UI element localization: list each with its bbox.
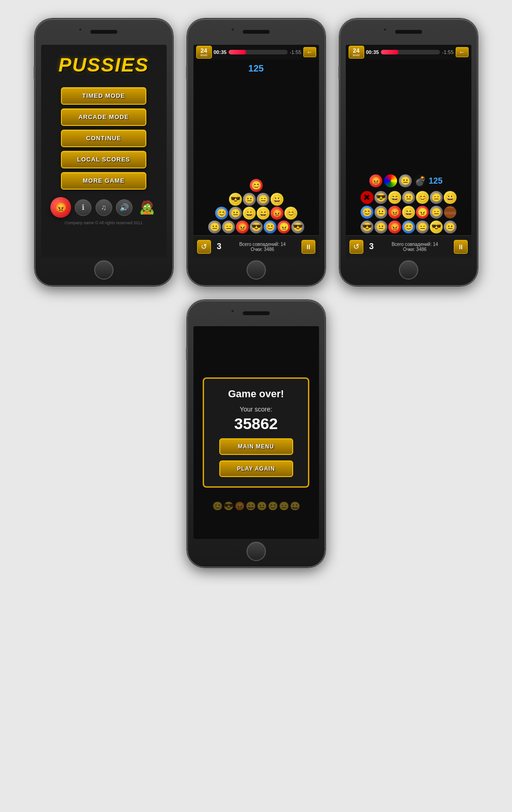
emoji-y2[interactable]: 😊 — [416, 191, 429, 204]
emoji-yellow-1[interactable]: 😎 — [229, 193, 242, 206]
emoji-yellow-3[interactable]: 😀 — [243, 207, 256, 220]
score-value: 35862 — [234, 415, 278, 433]
phone-speaker-3 — [395, 30, 422, 34]
game-header-2: 24 level 00:35 -1:55 ← — [346, 45, 471, 60]
colorwheel[interactable] — [384, 174, 397, 187]
emoji-gray-3[interactable]: 😐 — [229, 207, 242, 220]
timer-2: 00:35 — [366, 49, 379, 55]
countdown-2: -1:55 — [442, 49, 453, 55]
phone-home-button-3[interactable] — [399, 260, 418, 280]
phone-home-button[interactable] — [94, 260, 114, 280]
points-text: Очки: 3486 — [228, 247, 298, 252]
main-menu-screen: PUSSIES TIMED MODE ARCADE MODE CONTINUE … — [41, 45, 167, 257]
emoji-g1[interactable]: 😎 — [374, 191, 387, 204]
emoji-y1[interactable]: 😄 — [388, 191, 401, 204]
pause-button[interactable]: ⏸ — [301, 240, 315, 254]
emoji-gray-1[interactable]: 😐 — [243, 193, 256, 206]
main-menu-button[interactable]: MAIN MENU — [219, 438, 293, 455]
emoji-red-1[interactable]: 😊 — [250, 179, 263, 192]
phone-home-button-4[interactable] — [247, 542, 266, 561]
bg-emoji-grid: 😊😎😡😄 😐😊😑😀 — [193, 501, 319, 511]
emoji-red-2[interactable]: 😡 — [271, 207, 283, 220]
emoji-g5[interactable]: 😑 — [430, 206, 443, 219]
emoji-red-4[interactable]: 😠 — [277, 221, 290, 233]
sound-button[interactable]: 🔊 — [116, 199, 133, 216]
emoji-gray-7[interactable]: 😎 — [291, 221, 304, 233]
phone-home-button-2[interactable] — [247, 260, 266, 280]
emoji-g3[interactable]: 😑 — [430, 191, 443, 204]
more-game-button[interactable]: MORE GAME — [61, 172, 146, 190]
emoji-sp-1[interactable]: 😡 — [369, 174, 382, 187]
local-scores-button[interactable]: LOCAL SCORES — [61, 151, 146, 168]
brick-block — [444, 206, 457, 219]
continue-button[interactable]: CONTINUE — [61, 130, 146, 147]
refresh-button-2[interactable]: ↺ — [349, 240, 363, 254]
emoji-gray-4[interactable]: 😐 — [208, 221, 221, 233]
emoji-blue-1[interactable]: 😊 — [215, 207, 228, 220]
gameover-title: Game over! — [228, 388, 284, 400]
emoji-row-b: 😊 😐 😡 😄 😠 😑 — [361, 206, 457, 219]
back-button[interactable]: ← — [303, 47, 316, 57]
emoji-g2[interactable]: 😐 — [402, 191, 415, 204]
emoji-row-2: 😎 😐 😑 😀 — [229, 193, 283, 206]
emoji-gray-5[interactable]: 😑 — [222, 221, 235, 233]
gameover-screen: 😊😎😡😄 😐😊😑😀 Game over! Your score: 35862 M… — [193, 326, 319, 539]
emoji-gray-6[interactable]: 😎 — [250, 221, 263, 233]
matches-text: Всего совпадений: 14 — [228, 242, 298, 247]
matches-info-2: Всего совпадений: 14 Очки: 3486 — [380, 242, 450, 252]
level-label-2: level — [353, 54, 359, 57]
emoji-r2[interactable]: 😠 — [416, 206, 429, 219]
phone-gameover: 😊😎😡😄 😐😊😑😀 Game over! Your score: 35862 M… — [187, 300, 325, 567]
progress-fill-2 — [381, 50, 399, 54]
emoji-g8[interactable]: 😑 — [416, 221, 429, 233]
emoji-yellow-5[interactable]: 😊 — [284, 207, 297, 220]
pause-button-2[interactable]: ⏸ — [454, 240, 468, 254]
phone-camera — [78, 28, 82, 31]
emoji-row-1: 😊 — [250, 179, 263, 192]
emoji-y3[interactable]: 😀 — [444, 191, 457, 204]
emoji-g6[interactable]: 😎 — [361, 221, 373, 233]
game-footer: ↺ 3 Всего совпадений: 14 Очки: 3486 ⏸ — [193, 235, 319, 257]
emoji-yellow-4[interactable]: 😄 — [257, 207, 270, 220]
gameover-container: 😊😎😡😄 😐😊😑😀 Game over! Your score: 35862 M… — [193, 326, 319, 539]
emoji-red-3[interactable]: 😡 — [236, 221, 249, 233]
level-label: level — [200, 54, 207, 57]
emoji-yellow-2[interactable]: 😀 — [271, 193, 283, 206]
emoji-g7[interactable]: 😐 — [374, 221, 387, 233]
emoji-r3[interactable]: 😡 — [388, 221, 401, 233]
progress-bar-2 — [381, 50, 440, 54]
menu-footer: 😡 ℹ ♫ 🔊 🧟 — [48, 197, 160, 218]
emoji-gray-2[interactable]: 😑 — [257, 193, 270, 206]
level-badge: 24 level — [196, 46, 212, 59]
menu-container: PUSSIES TIMED MODE ARCADE MODE CONTINUE … — [41, 45, 167, 257]
emoji-y5[interactable]: 😎 — [430, 221, 443, 233]
moves-count: 3 — [215, 242, 224, 251]
emoji-b1[interactable]: 😊 — [361, 206, 373, 219]
music-button[interactable]: ♫ — [96, 199, 112, 216]
copyright-text: Company name © All rights reserved 2011 — [65, 221, 143, 225]
emoji-g9[interactable]: 😐 — [444, 221, 457, 233]
emoji-row-3: 😊 😐 😀 😄 😡 😊 — [215, 207, 297, 220]
score-display: 125 — [193, 60, 319, 78]
score-label: Your score: — [240, 406, 272, 413]
emoji-y4[interactable]: 😄 — [402, 206, 415, 219]
info-button[interactable]: ℹ — [75, 199, 91, 216]
emoji-g4[interactable]: 😐 — [374, 206, 387, 219]
game-title: PUSSIES — [58, 54, 149, 76]
timed-mode-button[interactable]: TIMED MODE — [61, 87, 146, 105]
back-button-2[interactable]: ← — [456, 47, 469, 57]
bomb[interactable]: 💣 — [414, 174, 427, 187]
game-header: 24 level 00:35 -1:55 ← — [193, 45, 319, 60]
emoji-blue-2[interactable]: 😊 — [264, 221, 277, 233]
x-mark[interactable]: ✖ — [361, 191, 373, 204]
progress-fill — [229, 50, 247, 54]
play-again-button[interactable]: PLAY AGAIN — [219, 460, 293, 477]
refresh-button[interactable]: ↺ — [197, 240, 211, 254]
emoji-sp-2[interactable]: 😐 — [399, 174, 412, 187]
emoji-b2[interactable]: 😊 — [402, 221, 415, 233]
emoji-grid: 😊 😎 😐 😑 😀 😊 😐 😀 😄 😡 😊 😐 — [193, 78, 319, 235]
phone-camera-3 — [383, 28, 387, 31]
arcade-mode-button[interactable]: ARCADE MODE — [61, 108, 146, 126]
emoji-r1[interactable]: 😡 — [388, 206, 401, 219]
moves-count-2: 3 — [367, 242, 376, 251]
